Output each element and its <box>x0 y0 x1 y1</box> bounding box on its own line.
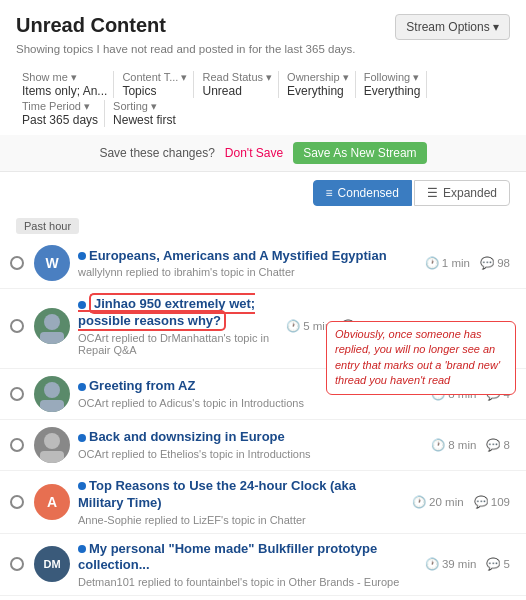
filter-time-period-label: Time Period ▾ <box>22 100 98 113</box>
page-header: Unread Content Stream Options ▾ Showing … <box>0 0 526 65</box>
reply-stat: 💬 8 <box>486 438 510 452</box>
filter-ownership-value: Everything <box>287 84 349 98</box>
filter-read-status-value: Unread <box>202 84 272 98</box>
topic-content: Jinhao 950 extremely wet; possible reaso… <box>78 296 278 356</box>
topic-meta: OCАrt replied to Ethelios's topic in Int… <box>78 448 423 460</box>
filter-sorting-value: Newest first <box>113 113 176 127</box>
new-indicator <box>78 434 86 442</box>
dont-save-link[interactable]: Don't Save <box>225 146 283 160</box>
expanded-label: Expanded <box>443 186 497 200</box>
filter-show-me-label: Show me ▾ <box>22 71 107 84</box>
topic-title[interactable]: Back and downsizing in Europe <box>78 429 423 446</box>
svg-point-4 <box>44 433 60 449</box>
avatar <box>34 376 70 412</box>
topic-stats: 🕐 8 min 💬 8 <box>431 438 510 452</box>
filter-content-type-label: Content T... ▾ <box>122 71 187 84</box>
topic-list: W Europeans, Americans and A Mystified E… <box>0 238 526 600</box>
new-indicator <box>78 383 86 391</box>
filter-show-me-value: Items only; An... <box>22 84 107 98</box>
unread-dot[interactable] <box>10 256 24 270</box>
section-label-past-hour: Past hour <box>16 218 79 234</box>
stream-options-button[interactable]: Stream Options ▾ <box>395 14 510 40</box>
expanded-view-button[interactable]: ☰ Expanded <box>414 180 510 206</box>
filter-show-me[interactable]: Show me ▾ Items only; An... <box>16 71 114 98</box>
expanded-icon: ☰ <box>427 186 438 200</box>
save-bar: Save these changes? Don't Save Save As N… <box>0 135 526 172</box>
table-row: Back and downsizing in Europe OCАrt repl… <box>0 420 526 471</box>
table-row: Jinhao 950 extremely wet; possible reaso… <box>0 289 526 369</box>
unread-dot[interactable] <box>10 319 24 333</box>
topic-meta: Detman101 replied to fountainbel's topic… <box>78 576 417 588</box>
topic-meta: Anne-Sophie replied to LizEF's topic in … <box>78 514 404 526</box>
view-toggle: ≡ Condensed ☰ Expanded <box>0 172 526 212</box>
new-indicator <box>78 301 86 309</box>
annotation-bubble: Obviously, once someone has replied, you… <box>326 321 516 395</box>
filter-sorting[interactable]: Sorting ▾ Newest first <box>107 100 182 127</box>
topic-content: Top Reasons to Use the 24-hour Clock (ak… <box>78 478 404 526</box>
table-row: DM My personal "Home made" Bulkfiller pr… <box>0 534 526 597</box>
condensed-view-button[interactable]: ≡ Condensed <box>313 180 412 206</box>
table-row: B Vintage pen balancing act: feed too we… <box>0 596 526 600</box>
svg-rect-1 <box>40 332 64 344</box>
svg-rect-5 <box>40 451 64 463</box>
topic-title[interactable]: My personal "Home made" Bulkfiller proto… <box>78 541 417 575</box>
filter-following[interactable]: Following ▾ Everything <box>358 71 428 98</box>
filter-time-period[interactable]: Time Period ▾ Past 365 days <box>16 100 105 127</box>
time-stat: 🕐 5 min <box>286 319 331 333</box>
filter-ownership-label: Ownership ▾ <box>287 71 349 84</box>
save-as-stream-button[interactable]: Save As New Stream <box>293 142 426 164</box>
filter-read-status[interactable]: Read Status ▾ Unread <box>196 71 279 98</box>
reply-stat: 💬 109 <box>474 495 510 509</box>
topic-content: Europeans, Americans and A Mystified Egy… <box>78 248 417 279</box>
avatar <box>34 427 70 463</box>
svg-point-0 <box>44 314 60 330</box>
table-row: A Top Reasons to Use the 24-hour Clock (… <box>0 471 526 534</box>
avatar: W <box>34 245 70 281</box>
topic-title[interactable]: Europeans, Americans and A Mystified Egy… <box>78 248 417 265</box>
page-title: Unread Content <box>16 14 166 37</box>
filter-following-value: Everything <box>364 84 421 98</box>
time-stat: 🕐 1 min <box>425 256 470 270</box>
topic-title[interactable]: Jinhao 950 extremely wet; possible reaso… <box>78 296 278 330</box>
time-stat: 🕐 39 min <box>425 557 477 571</box>
filter-content-type[interactable]: Content T... ▾ Topics <box>116 71 194 98</box>
page-subtitle: Showing topics I have not read and poste… <box>16 43 510 55</box>
unread-dot[interactable] <box>10 495 24 509</box>
condensed-icon: ≡ <box>326 186 333 200</box>
unread-dot[interactable] <box>10 387 24 401</box>
filter-sorting-label: Sorting ▾ <box>113 100 176 113</box>
table-row: W Europeans, Americans and A Mystified E… <box>0 238 526 289</box>
topic-title[interactable]: Top Reasons to Use the 24-hour Clock (ak… <box>78 478 404 512</box>
filter-ownership[interactable]: Ownership ▾ Everything <box>281 71 356 98</box>
time-stat: 🕐 8 min <box>431 438 476 452</box>
topic-stats: 🕐 1 min 💬 98 <box>425 256 510 270</box>
save-question: Save these changes? <box>99 146 214 160</box>
topic-stats: 🕐 20 min 💬 109 <box>412 495 510 509</box>
avatar <box>34 308 70 344</box>
topic-stats: 🕐 39 min 💬 5 <box>425 557 510 571</box>
filters-bar: Show me ▾ Items only; An... Content T...… <box>0 65 526 135</box>
topic-meta: OCАrt replied to DrManhattan's topic in … <box>78 332 278 356</box>
topic-meta: OCАrt replied to Adicus's topic in Intro… <box>78 397 423 409</box>
filter-following-label: Following ▾ <box>364 71 421 84</box>
filter-content-type-value: Topics <box>122 84 187 98</box>
time-stat: 🕐 20 min <box>412 495 464 509</box>
unread-dot[interactable] <box>10 557 24 571</box>
topic-meta: wallylynn replied to ibrahim's topic in … <box>78 266 417 278</box>
new-indicator <box>78 482 86 490</box>
reply-stat: 💬 5 <box>486 557 510 571</box>
unread-dot[interactable] <box>10 438 24 452</box>
new-indicator <box>78 252 86 260</box>
svg-point-2 <box>44 382 60 398</box>
filter-read-status-label: Read Status ▾ <box>202 71 272 84</box>
new-indicator <box>78 545 86 553</box>
filter-time-period-value: Past 365 days <box>22 113 98 127</box>
condensed-label: Condensed <box>338 186 399 200</box>
avatar: A <box>34 484 70 520</box>
svg-rect-3 <box>40 400 64 412</box>
avatar: DM <box>34 546 70 582</box>
section-past-hour: Past hour W Europeans, Americans and A M… <box>0 212 526 600</box>
reply-stat: 💬 98 <box>480 256 510 270</box>
topic-content: Back and downsizing in Europe OCАrt repl… <box>78 429 423 460</box>
topic-content: My personal "Home made" Bulkfiller proto… <box>78 541 417 589</box>
